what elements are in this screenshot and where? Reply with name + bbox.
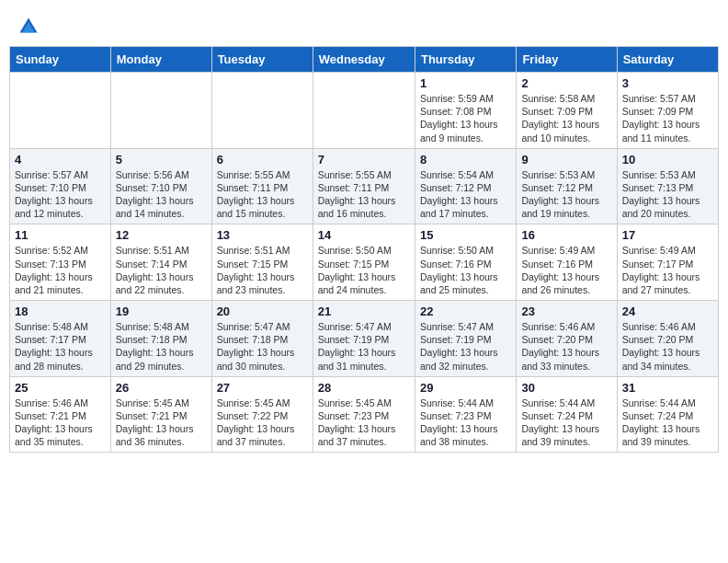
day-cell: 4Sunrise: 5:57 AMSunset: 7:10 PMDaylight…: [10, 148, 111, 224]
day-cell: 30Sunrise: 5:44 AMSunset: 7:24 PMDayligh…: [517, 376, 617, 453]
day-cell: 19Sunrise: 5:48 AMSunset: 7:18 PMDayligh…: [110, 301, 211, 377]
day-number: 1: [420, 76, 511, 90]
day-number: 5: [116, 153, 207, 167]
day-cell: 15Sunrise: 5:50 AMSunset: 7:16 PMDayligh…: [415, 224, 516, 301]
day-cell: 1Sunrise: 5:59 AMSunset: 7:08 PMDaylight…: [415, 73, 516, 149]
day-cell: 21Sunrise: 5:47 AMSunset: 7:19 PMDayligh…: [313, 301, 415, 377]
day-cell: 13Sunrise: 5:51 AMSunset: 7:15 PMDayligh…: [211, 224, 313, 301]
weekday-header-monday: Monday: [110, 47, 211, 73]
day-info: Sunrise: 5:51 AMSunset: 7:14 PMDaylight:…: [116, 244, 207, 296]
day-info: Sunrise: 5:45 AMSunset: 7:23 PMDaylight:…: [318, 396, 410, 449]
day-cell: 29Sunrise: 5:44 AMSunset: 7:23 PMDayligh…: [415, 376, 516, 453]
calendar-table: SundayMondayTuesdayWednesdayThursdayFrid…: [9, 46, 719, 453]
weekday-header-saturday: Saturday: [617, 47, 718, 73]
day-cell: 11Sunrise: 5:52 AMSunset: 7:13 PMDayligh…: [10, 224, 111, 301]
day-cell: 7Sunrise: 5:55 AMSunset: 7:11 PMDaylight…: [313, 148, 415, 224]
day-number: 22: [420, 304, 511, 318]
day-info: Sunrise: 5:50 AMSunset: 7:16 PMDaylight:…: [420, 244, 511, 296]
logo-icon: [18, 17, 39, 37]
weekday-header-thursday: Thursday: [415, 47, 516, 73]
day-number: 17: [622, 228, 713, 242]
day-cell: 16Sunrise: 5:49 AMSunset: 7:16 PMDayligh…: [517, 224, 617, 301]
day-number: 3: [622, 76, 713, 90]
week-row-5: 25Sunrise: 5:46 AMSunset: 7:21 PMDayligh…: [10, 376, 719, 453]
day-info: Sunrise: 5:48 AMSunset: 7:17 PMDaylight:…: [15, 320, 106, 373]
day-number: 10: [622, 153, 713, 167]
day-number: 6: [217, 153, 308, 167]
day-cell: 24Sunrise: 5:46 AMSunset: 7:20 PMDayligh…: [617, 301, 718, 377]
day-number: 27: [217, 381, 308, 395]
day-info: Sunrise: 5:44 AMSunset: 7:23 PMDaylight:…: [420, 396, 511, 449]
day-info: Sunrise: 5:55 AMSunset: 7:11 PMDaylight:…: [217, 168, 308, 221]
week-row-4: 18Sunrise: 5:48 AMSunset: 7:17 PMDayligh…: [10, 301, 719, 377]
day-info: Sunrise: 5:59 AMSunset: 7:08 PMDaylight:…: [420, 92, 511, 144]
day-number: 31: [622, 381, 713, 395]
day-cell: 14Sunrise: 5:50 AMSunset: 7:15 PMDayligh…: [313, 224, 415, 301]
day-info: Sunrise: 5:57 AMSunset: 7:09 PMDaylight:…: [622, 92, 713, 144]
day-info: Sunrise: 5:46 AMSunset: 7:21 PMDaylight:…: [15, 396, 106, 449]
day-info: Sunrise: 5:58 AMSunset: 7:09 PMDaylight:…: [521, 92, 611, 144]
day-info: Sunrise: 5:47 AMSunset: 7:19 PMDaylight:…: [420, 320, 511, 373]
day-info: Sunrise: 5:47 AMSunset: 7:19 PMDaylight:…: [318, 320, 410, 373]
day-number: 11: [15, 228, 106, 242]
day-info: Sunrise: 5:53 AMSunset: 7:13 PMDaylight:…: [622, 168, 713, 221]
week-row-2: 4Sunrise: 5:57 AMSunset: 7:10 PMDaylight…: [10, 148, 719, 224]
day-number: 24: [622, 304, 713, 318]
day-info: Sunrise: 5:49 AMSunset: 7:16 PMDaylight:…: [521, 244, 611, 296]
day-number: 23: [521, 304, 611, 318]
week-row-3: 11Sunrise: 5:52 AMSunset: 7:13 PMDayligh…: [10, 224, 719, 301]
day-info: Sunrise: 5:53 AMSunset: 7:12 PMDaylight:…: [521, 168, 611, 221]
day-cell: 17Sunrise: 5:49 AMSunset: 7:17 PMDayligh…: [617, 224, 718, 301]
day-cell: [10, 73, 111, 149]
day-number: 19: [116, 304, 207, 318]
week-row-1: 1Sunrise: 5:59 AMSunset: 7:08 PMDaylight…: [10, 73, 719, 149]
day-info: Sunrise: 5:45 AMSunset: 7:21 PMDaylight:…: [116, 396, 207, 449]
weekday-header-row: SundayMondayTuesdayWednesdayThursdayFrid…: [10, 47, 719, 73]
day-number: 26: [116, 381, 207, 395]
day-number: 14: [318, 228, 410, 242]
weekday-header-friday: Friday: [517, 47, 617, 73]
day-number: 8: [420, 153, 511, 167]
day-cell: 6Sunrise: 5:55 AMSunset: 7:11 PMDaylight…: [211, 148, 313, 224]
day-number: 25: [15, 381, 106, 395]
day-number: 15: [420, 228, 511, 242]
day-info: Sunrise: 5:57 AMSunset: 7:10 PMDaylight:…: [15, 168, 106, 221]
day-number: 21: [318, 304, 410, 318]
day-cell: [110, 73, 211, 149]
day-number: 30: [521, 381, 611, 395]
day-cell: 9Sunrise: 5:53 AMSunset: 7:12 PMDaylight…: [517, 148, 617, 224]
day-number: 16: [521, 228, 611, 242]
day-cell: 5Sunrise: 5:56 AMSunset: 7:10 PMDaylight…: [110, 148, 211, 224]
day-info: Sunrise: 5:44 AMSunset: 7:24 PMDaylight:…: [622, 396, 713, 449]
day-cell: 28Sunrise: 5:45 AMSunset: 7:23 PMDayligh…: [313, 376, 415, 453]
day-info: Sunrise: 5:54 AMSunset: 7:12 PMDaylight:…: [420, 168, 511, 221]
day-cell: 26Sunrise: 5:45 AMSunset: 7:21 PMDayligh…: [110, 376, 211, 453]
day-number: 2: [521, 76, 611, 90]
day-info: Sunrise: 5:56 AMSunset: 7:10 PMDaylight:…: [116, 168, 207, 221]
weekday-header-tuesday: Tuesday: [211, 47, 313, 73]
day-cell: 2Sunrise: 5:58 AMSunset: 7:09 PMDaylight…: [517, 73, 617, 149]
day-cell: 25Sunrise: 5:46 AMSunset: 7:21 PMDayligh…: [10, 376, 111, 453]
day-number: 7: [318, 153, 410, 167]
day-number: 12: [116, 228, 207, 242]
day-cell: [313, 73, 415, 149]
day-cell: 3Sunrise: 5:57 AMSunset: 7:09 PMDaylight…: [617, 73, 718, 149]
weekday-header-wednesday: Wednesday: [313, 47, 415, 73]
day-info: Sunrise: 5:45 AMSunset: 7:22 PMDaylight:…: [217, 396, 308, 449]
day-number: 13: [217, 228, 308, 242]
day-cell: 31Sunrise: 5:44 AMSunset: 7:24 PMDayligh…: [617, 376, 718, 453]
day-number: 9: [521, 153, 611, 167]
day-cell: [211, 73, 313, 149]
day-number: 18: [15, 304, 106, 318]
day-cell: 23Sunrise: 5:46 AMSunset: 7:20 PMDayligh…: [517, 301, 617, 377]
day-cell: 10Sunrise: 5:53 AMSunset: 7:13 PMDayligh…: [617, 148, 718, 224]
day-info: Sunrise: 5:46 AMSunset: 7:20 PMDaylight:…: [622, 320, 713, 373]
day-info: Sunrise: 5:49 AMSunset: 7:17 PMDaylight:…: [622, 244, 713, 296]
day-info: Sunrise: 5:48 AMSunset: 7:18 PMDaylight:…: [116, 320, 207, 373]
day-info: Sunrise: 5:47 AMSunset: 7:18 PMDaylight:…: [217, 320, 308, 373]
day-number: 28: [318, 381, 410, 395]
day-cell: 8Sunrise: 5:54 AMSunset: 7:12 PMDaylight…: [415, 148, 516, 224]
day-info: Sunrise: 5:44 AMSunset: 7:24 PMDaylight:…: [521, 396, 611, 449]
day-info: Sunrise: 5:52 AMSunset: 7:13 PMDaylight:…: [15, 244, 106, 296]
logo: [18, 17, 40, 37]
